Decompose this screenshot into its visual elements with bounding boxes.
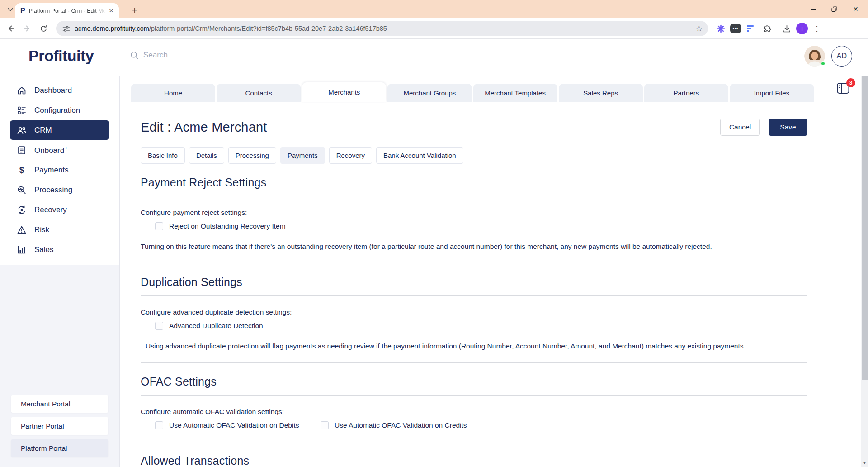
cancel-button[interactable]: Cancel [720,119,760,136]
subtab-basic-info[interactable]: Basic Info [141,147,185,164]
app-logo: Profituity [28,47,94,65]
browser-tab[interactable]: P Platform Portal - Crm - Edit Mer ✕ [15,3,119,18]
tab-search-chevron-icon[interactable] [5,5,15,14]
search-input[interactable] [143,51,288,60]
section-heading: Duplication Settings [141,276,807,289]
tab-merchants[interactable]: Merchants [302,82,386,102]
url-path: /platform-portal/Crm/Merchants/Edit?id=f… [149,25,387,32]
section-allowed-transactions: Allowed Transactions [141,454,807,467]
window-restore-button[interactable] [824,0,845,18]
section-divider [141,295,807,296]
tab-contacts[interactable]: Contacts [217,84,301,102]
partner-portal-button[interactable]: Partner Portal [11,417,108,435]
extension-bars-icon[interactable] [744,22,757,35]
subtab-payments[interactable]: Payments [280,147,325,164]
sidebar: DashboardConfigurationCRMOnboard+$Paymen… [0,76,120,467]
user-avatar[interactable] [804,46,825,67]
scrollbar-thumb[interactable] [862,48,868,380]
extension-bloom-icon[interactable] [714,22,727,35]
tab-partners[interactable]: Partners [644,84,728,102]
window-controls: ✕ [802,0,866,18]
app-header: Profituity AD [0,39,868,76]
sidebar-item-configuration[interactable]: Configuration [10,100,109,120]
sidebar-item-risk[interactable]: Risk [10,220,109,239]
section-bottom-divider [141,362,807,363]
sidebar-item-processing[interactable]: Processing [10,180,109,200]
extension-reader-icon[interactable]: ••• [729,22,742,35]
notifications-panel-button[interactable]: 3 [836,81,856,100]
checkbox-reject-on-outstanding-recovery-item[interactable] [155,222,163,230]
url-bar[interactable]: acme.demo.profituity.com/platform-portal… [56,21,708,36]
sidebar-item-dashboard[interactable]: Dashboard [10,81,109,100]
browser-tab-strip: P Platform Portal - Crm - Edit Mer ✕ + ✕ [0,0,868,18]
toolbar-separator [775,24,775,33]
url-text: acme.demo.profituity.com/platform-portal… [75,25,692,32]
sidebar-nav: DashboardConfigurationCRMOnboard+$Paymen… [0,81,120,260]
checkbox-label: Reject on Outstanding Recovery Item [169,222,286,230]
tab-home[interactable]: Home [131,84,215,102]
merchant-portal-button[interactable]: Merchant Portal [11,395,108,413]
window-minimize-button[interactable] [802,0,824,18]
browser-menu-kebab-icon[interactable]: ⋮ [811,22,823,35]
sidebar-item-crm[interactable]: CRM [10,120,109,140]
site-favicon: P [20,7,25,15]
account-initials-button[interactable]: AD [831,46,852,67]
section-payment-reject-settings: Payment Reject SettingsConfigure payment… [141,176,807,263]
sidebar-item-recovery[interactable]: Recovery [10,200,109,219]
window-close-button[interactable]: ✕ [845,0,866,18]
platform-portal-button[interactable]: Platform Portal [11,439,108,457]
section-intro: Configure advanced duplicate detection s… [141,308,807,316]
section-bottom-divider [141,442,807,442]
recovery-icon [17,205,27,215]
checkbox-label: Use Automatic OFAC Validation on Credits [335,421,467,429]
search-icon [130,51,139,60]
downloads-icon[interactable] [780,22,793,35]
sidebar-item-payments[interactable]: $Payments [10,160,109,180]
sidebar-item-label: Sales [34,245,54,254]
checkbox-advanced-duplicate-detection[interactable] [155,322,163,330]
onboard-icon [17,145,27,155]
edit-subtabs: Basic InfoDetailsProcessingPaymentsRecov… [141,147,807,164]
main-content: HomeContactsMerchantsMerchant GroupsMerc… [120,76,861,467]
section-divider [141,395,807,396]
subtab-bank-account-validation[interactable]: Bank Account Validation [376,147,463,164]
subtab-recovery[interactable]: Recovery [329,147,372,164]
tab-sales-reps[interactable]: Sales Reps [559,84,643,102]
bookmark-star-icon[interactable]: ☆ [696,24,703,33]
back-button[interactable] [5,22,17,35]
checkbox-item: Use Automatic OFAC Validation on Credits [321,421,467,429]
checkbox-use-automatic-ofac-validation-on-credits[interactable] [321,421,329,429]
checkbox-row: Advanced Duplicate Detection [141,322,807,330]
sidebar-item-label: Onboard+ [34,145,68,155]
section-bottom-divider [141,263,807,263]
risk-icon [17,225,27,235]
tab-merchant-groups[interactable]: Merchant Groups [387,84,472,102]
browser-toolbar: acme.demo.profituity.com/platform-portal… [0,18,868,39]
forward-button[interactable] [21,22,33,35]
site-info-icon[interactable] [62,25,70,33]
sidebar-item-label: Payments [34,166,69,175]
save-button[interactable]: Save [769,119,807,136]
reload-button[interactable] [37,22,50,35]
scroll-down-arrow[interactable]: ▼ [861,460,868,466]
section-heading: Payment Reject Settings [141,176,807,189]
subtab-details[interactable]: Details [189,147,224,164]
crm-icon [17,125,27,135]
checkbox-item: Reject on Outstanding Recovery Item [155,222,286,230]
reader-dots-icon: ••• [730,24,741,33]
subtab-processing[interactable]: Processing [228,147,276,164]
page-scrollbar[interactable]: ▲ ▼ [861,39,868,467]
sidebar-item-label: Dashboard [34,86,72,95]
browser-profile-avatar[interactable]: T [796,22,808,35]
new-tab-button[interactable]: + [128,4,142,17]
checkbox-use-automatic-ofac-validation-on-debits[interactable] [155,421,163,429]
title-row: Edit : Acme Merchant Cancel Save [141,119,807,136]
tab-merchant-templates[interactable]: Merchant Templates [473,84,557,102]
extensions-puzzle-icon[interactable] [760,22,773,35]
sidebar-item-sales[interactable]: Sales [10,240,109,259]
sidebar-item-onboard[interactable]: Onboard+ [10,140,109,160]
tab-import-files[interactable]: Import Files [730,84,814,102]
tab-close-icon[interactable]: ✕ [107,7,115,15]
profile-letter: T [796,23,808,34]
section-divider [141,196,807,196]
